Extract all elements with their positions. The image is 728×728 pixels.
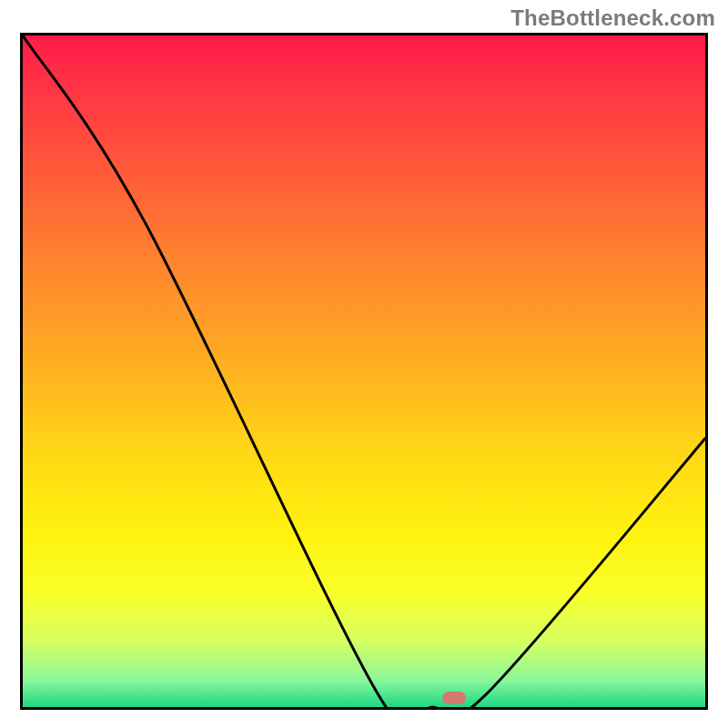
chart-frame: TheBottleneck.com <box>0 0 728 728</box>
bottleneck-curve <box>23 35 705 707</box>
watermark-text: TheBottleneck.com <box>511 5 715 31</box>
curve-path <box>23 35 705 707</box>
plot-area <box>20 33 708 710</box>
optimum-marker <box>442 692 466 704</box>
